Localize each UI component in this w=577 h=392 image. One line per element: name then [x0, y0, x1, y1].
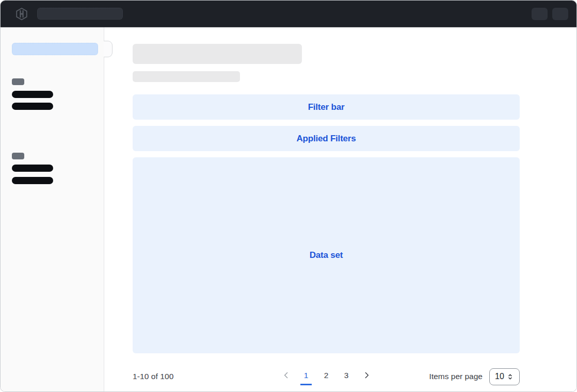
- pagination-range-text: 1-10 of 100: [133, 372, 174, 381]
- top-nav-action-placeholder-1: [532, 8, 548, 20]
- page-button-3[interactable]: 3: [341, 368, 352, 385]
- chevron-right-icon: [362, 371, 371, 380]
- unfold-chevrons-icon: [506, 373, 514, 381]
- main-content: Filter bar Applied Filters Data set 1-10…: [133, 44, 520, 385]
- data-set-label: Data set: [310, 250, 343, 260]
- top-nav-bar: [1, 1, 576, 27]
- sidebar-selected-item-placeholder: [12, 43, 98, 55]
- pagination-bar: 1-10 of 100 1 2 3 Items per page: [133, 368, 520, 385]
- sidebar-nav-item-placeholder: [12, 165, 53, 172]
- items-per-page-select[interactable]: 10: [489, 368, 520, 385]
- app-body: Filter bar Applied Filters Data set 1-10…: [1, 27, 576, 392]
- applied-filters-region: Applied Filters: [133, 126, 520, 151]
- page-button-2[interactable]: 2: [320, 368, 332, 385]
- page-subtitle-placeholder: [133, 71, 240, 82]
- page-button-1[interactable]: 1: [300, 368, 312, 385]
- items-per-page-value: 10: [495, 372, 504, 381]
- main-area: Filter bar Applied Filters Data set 1-10…: [104, 27, 576, 392]
- sidebar-nav-item-placeholder: [12, 103, 53, 110]
- sidebar: [1, 27, 104, 392]
- items-per-page-label: Items per page: [429, 372, 483, 381]
- previous-page-button[interactable]: [280, 368, 292, 385]
- pager: 1 2 3: [280, 368, 372, 385]
- filter-bar-label: Filter bar: [308, 102, 345, 112]
- sidebar-nav-item-placeholder: [12, 91, 53, 98]
- sidebar-section-label-placeholder-1: [12, 78, 24, 85]
- top-nav-action-placeholder-2: [552, 8, 568, 20]
- app-window: Filter bar Applied Filters Data set 1-10…: [0, 0, 577, 392]
- filter-bar-region: Filter bar: [133, 94, 520, 120]
- page-title-placeholder: [133, 44, 302, 64]
- next-page-button[interactable]: [361, 368, 372, 385]
- sidebar-nav-item-placeholder: [12, 177, 53, 184]
- hashicorp-logo-icon: [15, 7, 28, 21]
- nav-search-placeholder: [37, 8, 123, 20]
- data-set-region: Data set: [133, 157, 520, 353]
- chevron-left-icon: [282, 371, 291, 380]
- applied-filters-label: Applied Filters: [296, 134, 356, 144]
- sidebar-toggle-handle[interactable]: [104, 41, 113, 57]
- sidebar-section-label-placeholder-2: [12, 153, 24, 159]
- items-per-page-group: Items per page 10: [429, 368, 520, 385]
